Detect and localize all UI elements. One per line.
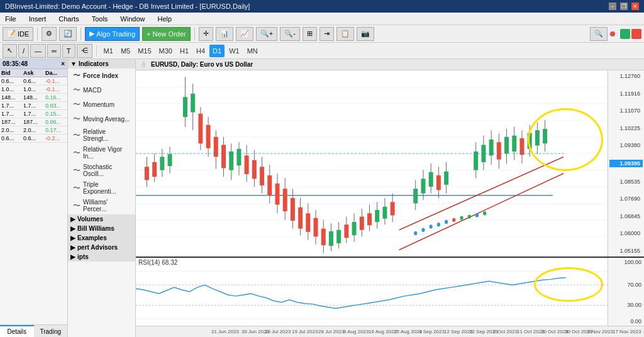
date-label: 28 Jul 2023 (318, 329, 344, 334)
sidebar-close[interactable]: × (61, 60, 65, 67)
date-label: 21 Jun 2023 (211, 329, 239, 334)
svg-rect-116 (543, 129, 547, 143)
chart-title: EURUSD, Daily: Euro vs US Dollar (151, 61, 253, 68)
tf-m15[interactable]: M15 (135, 45, 154, 57)
svg-rect-46 (275, 184, 280, 205)
svg-point-89 (430, 224, 433, 228)
tf-mn[interactable]: MN (244, 45, 261, 57)
template-button[interactable]: 📋 (336, 27, 354, 41)
auto-scroll-button[interactable]: ⇥ (319, 27, 334, 41)
main-chart[interactable]: 1.12760 1.11916 1.11070 1.10225 1.09380 … (136, 70, 644, 257)
ind-macd[interactable]: 〜 MACD (68, 83, 135, 97)
draw-hline-button[interactable]: — (30, 44, 46, 58)
tf-d1[interactable]: D1 (209, 45, 225, 57)
order-icon: + (147, 30, 150, 38)
sidebar-tabs: Details Trading (0, 324, 67, 337)
draw-channel-button[interactable]: ═ (47, 44, 61, 58)
crosshair-button[interactable]: ✛ (199, 27, 213, 41)
svg-rect-14 (145, 167, 149, 180)
date-label: 19 Jul 2023 (292, 329, 318, 334)
tf-separator (96, 45, 97, 57)
date-label: 4 Sep 2023 (419, 329, 445, 334)
zoom-out-button[interactable]: 🔍- (280, 27, 300, 41)
line-chart-button[interactable]: 📈 (236, 27, 253, 41)
section-experts[interactable]: ▶pert Advisors (68, 243, 135, 252)
ind-rsi[interactable]: 〜 Relative Strengt... (68, 126, 135, 144)
section-scripts[interactable]: ▶ipts (68, 252, 135, 262)
svg-rect-112 (528, 133, 532, 148)
tab-trading[interactable]: Trading (34, 325, 68, 337)
section-billwilliams[interactable]: ▶Bill Williams (68, 224, 135, 233)
title-text: DBInvest-Limited: Demo Account - Hedge -… (5, 3, 250, 10)
tf-m30[interactable]: M30 (156, 45, 175, 57)
tf-h4[interactable]: H4 (193, 45, 208, 57)
list-item[interactable]: 187... 187... 0.06... (0, 118, 67, 126)
price-level: 1.10225 (609, 125, 643, 131)
ind-rvgi[interactable]: 〜 Relative Vigor In... (68, 144, 135, 162)
ind-stoch[interactable]: 〜 Stochastic Oscill... (68, 162, 135, 179)
algo-trading-button[interactable]: ▶ Algo Trading (85, 27, 140, 41)
ind-williams[interactable]: 〜 Williams' Percer... (68, 197, 135, 214)
ind-momentum[interactable]: 〜 Momentum (68, 97, 135, 112)
ind-force-index[interactable]: 〜 Force Index (68, 69, 135, 83)
draw-cursor-button[interactable]: ↖ (3, 44, 17, 58)
ind-moving-avg[interactable]: 〜 Moving Averag... (68, 112, 135, 126)
menu-tools[interactable]: Tools (89, 14, 111, 24)
draw-line-button[interactable]: / (18, 44, 29, 58)
wave-icon2: 〜 (73, 85, 80, 96)
price-level: 1.06845 (609, 213, 643, 219)
price-scale: 1.12760 1.11916 1.11070 1.10225 1.09380 … (608, 70, 644, 257)
list-item[interactable]: 2.0... 2.0... 0.17... (0, 126, 67, 135)
svg-rect-18 (160, 157, 164, 170)
sidebar-time: 08:35:48 (3, 60, 28, 67)
zoom-in-button[interactable]: 🔍+ (256, 27, 277, 41)
menu-help[interactable]: Help (155, 14, 174, 24)
sidebar: 08:35:48 × Bid Ask Da... 0.6... 0.6... -… (0, 59, 68, 337)
section-indicators[interactable]: ▼Indicators (68, 59, 135, 69)
tf-w1[interactable]: W1 (226, 45, 243, 57)
tab-details[interactable]: Details (0, 325, 34, 337)
section-volumes[interactable]: ▶Volumes (68, 214, 135, 224)
tf-m1[interactable]: M1 (101, 45, 116, 57)
snapshot-button[interactable]: 📷 (357, 27, 374, 41)
ind-trix[interactable]: 〜 Triple Exponenti... (68, 179, 135, 197)
svg-rect-102 (489, 140, 494, 155)
grid-button[interactable]: ⊞ (303, 27, 317, 41)
date-label: 17 Nov 2023 (613, 329, 641, 334)
minimize-button[interactable]: – (609, 3, 616, 10)
tf-m5[interactable]: M5 (118, 45, 133, 57)
menu-window[interactable]: Window (118, 14, 147, 24)
close-button[interactable]: ✕ (631, 3, 639, 10)
svg-rect-20 (168, 154, 172, 166)
menu-charts[interactable]: Charts (56, 14, 81, 24)
main-layout: 08:35:48 × Bid Ask Da... 0.6... 0.6... -… (0, 59, 644, 337)
list-item[interactable]: 0.6... 0.6... -0.1... (0, 77, 67, 86)
draw-fib-button[interactable]: ⋲ (77, 44, 92, 58)
section-examples[interactable]: ▶Examples (68, 233, 135, 243)
tf-h1[interactable]: H1 (177, 45, 192, 57)
bar-chart-button[interactable]: 📊 (216, 27, 233, 41)
menu-insert[interactable]: Insert (26, 14, 49, 24)
menu-file[interactable]: File (3, 14, 19, 24)
maximize-button[interactable]: ❐ (620, 3, 628, 10)
draw-text-button[interactable]: T (62, 44, 75, 58)
wave-icon7: 〜 (73, 165, 80, 176)
search-button[interactable]: 🔍 (590, 27, 608, 41)
ide-button[interactable]: 📝 IDE (3, 27, 33, 41)
list-item[interactable]: 0.6... 0.6... -0.2... (0, 135, 67, 143)
settings-button[interactable]: ⚙ (42, 27, 57, 41)
list-item[interactable]: 1.0... 1.0... -0.1... (0, 86, 67, 94)
svg-rect-98 (474, 152, 478, 170)
new-order-button[interactable]: + New Order (142, 27, 191, 41)
list-item[interactable]: 148... 148... 0.16... (0, 94, 67, 102)
svg-point-91 (445, 220, 448, 224)
list-item[interactable]: 1.7... 1.7... 0.03... (0, 102, 67, 110)
col-ask: Ask (22, 69, 44, 77)
refresh-button[interactable]: 🔄 (59, 27, 77, 41)
date-label: 2 Oct 2023 (493, 329, 518, 334)
svg-rect-16 (152, 162, 157, 177)
list-item[interactable]: 1.7... 1.7... 0.15... (0, 110, 67, 118)
window-controls[interactable]: – ❐ ✕ (609, 3, 639, 10)
svg-rect-110 (519, 138, 524, 155)
date-label: 8 Aug 2023 (343, 329, 369, 334)
